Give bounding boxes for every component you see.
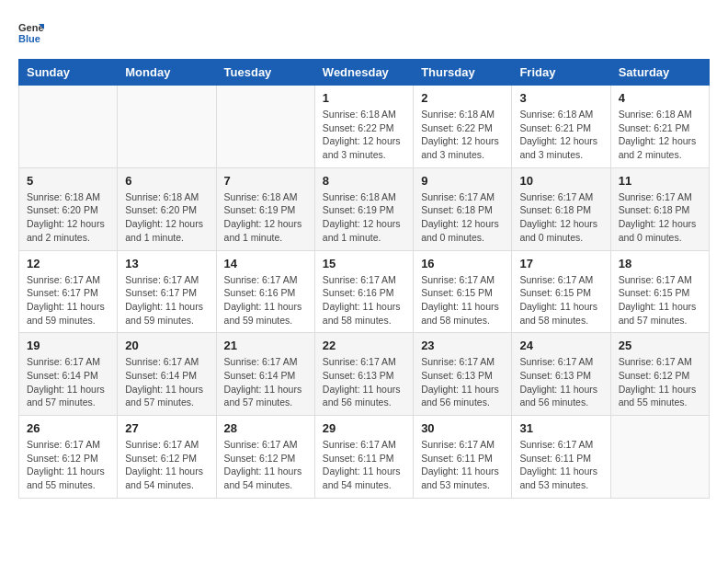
calendar-cell: 22Sunrise: 6:17 AM Sunset: 6:13 PM Dayli…: [314, 333, 413, 416]
day-number: 25: [619, 339, 701, 352]
day-info: Sunrise: 6:17 AM Sunset: 6:18 PM Dayligh…: [619, 190, 701, 245]
day-info: Sunrise: 6:17 AM Sunset: 6:12 PM Dayligh…: [125, 438, 208, 492]
day-info: Sunrise: 6:17 AM Sunset: 6:18 PM Dayligh…: [519, 190, 602, 245]
calendar-week-2: 5Sunrise: 6:18 AM Sunset: 6:20 PM Daylig…: [19, 167, 710, 250]
day-number: 18: [619, 257, 701, 270]
day-number: 16: [421, 257, 504, 270]
calendar-cell: [118, 86, 216, 168]
day-info: Sunrise: 6:18 AM Sunset: 6:22 PM Dayligh…: [421, 108, 504, 162]
calendar-cell: 25Sunrise: 6:17 AM Sunset: 6:12 PM Dayli…: [610, 333, 709, 416]
calendar-week-3: 12Sunrise: 6:17 AM Sunset: 6:17 PM Dayli…: [19, 250, 710, 333]
calendar-cell: [19, 86, 118, 168]
day-number: 4: [619, 91, 701, 105]
logo: General Blue: [18, 18, 48, 44]
calendar-cell: 5Sunrise: 6:18 AM Sunset: 6:20 PM Daylig…: [19, 167, 118, 250]
calendar-cell: 13Sunrise: 6:17 AM Sunset: 6:17 PM Dayli…: [118, 250, 216, 333]
day-number: 22: [323, 339, 405, 352]
day-number: 28: [224, 421, 307, 435]
day-info: Sunrise: 6:17 AM Sunset: 6:12 PM Dayligh…: [27, 438, 109, 492]
day-number: 23: [421, 339, 504, 352]
calendar-cell: 12Sunrise: 6:17 AM Sunset: 6:17 PM Dayli…: [19, 250, 118, 333]
day-number: 30: [421, 421, 504, 435]
weekday-header-tuesday: Tuesday: [216, 60, 314, 86]
calendar-cell: 24Sunrise: 6:17 AM Sunset: 6:13 PM Dayli…: [512, 333, 610, 416]
day-number: 3: [519, 91, 602, 105]
calendar-cell: 27Sunrise: 6:17 AM Sunset: 6:12 PM Dayli…: [118, 416, 216, 499]
day-number: 24: [519, 339, 602, 352]
calendar-cell: 21Sunrise: 6:17 AM Sunset: 6:14 PM Dayli…: [216, 333, 314, 416]
calendar-cell: 23Sunrise: 6:17 AM Sunset: 6:13 PM Dayli…: [414, 333, 512, 416]
day-number: 12: [27, 257, 109, 270]
day-info: Sunrise: 6:17 AM Sunset: 6:14 PM Dayligh…: [27, 355, 109, 409]
calendar-cell: 9Sunrise: 6:17 AM Sunset: 6:18 PM Daylig…: [414, 167, 512, 250]
day-info: Sunrise: 6:17 AM Sunset: 6:18 PM Dayligh…: [421, 190, 504, 245]
day-info: Sunrise: 6:17 AM Sunset: 6:17 PM Dayligh…: [125, 273, 208, 327]
calendar-week-5: 26Sunrise: 6:17 AM Sunset: 6:12 PM Dayli…: [19, 416, 710, 499]
calendar-cell: 31Sunrise: 6:17 AM Sunset: 6:11 PM Dayli…: [512, 416, 610, 499]
weekday-header-sunday: Sunday: [19, 60, 118, 86]
day-info: Sunrise: 6:17 AM Sunset: 6:15 PM Dayligh…: [519, 273, 602, 327]
day-number: 1: [323, 91, 405, 105]
day-number: 10: [519, 174, 602, 188]
calendar-cell: 28Sunrise: 6:17 AM Sunset: 6:12 PM Dayli…: [216, 416, 314, 499]
day-info: Sunrise: 6:17 AM Sunset: 6:15 PM Dayligh…: [421, 273, 504, 327]
day-number: 29: [323, 421, 405, 435]
day-number: 9: [421, 174, 504, 188]
day-info: Sunrise: 6:17 AM Sunset: 6:13 PM Dayligh…: [519, 355, 602, 409]
svg-text:Blue: Blue: [18, 33, 40, 44]
weekday-header-saturday: Saturday: [610, 60, 709, 86]
calendar-week-4: 19Sunrise: 6:17 AM Sunset: 6:14 PM Dayli…: [19, 333, 710, 416]
day-info: Sunrise: 6:17 AM Sunset: 6:14 PM Dayligh…: [125, 355, 208, 409]
day-info: Sunrise: 6:17 AM Sunset: 6:12 PM Dayligh…: [224, 438, 307, 492]
day-info: Sunrise: 6:17 AM Sunset: 6:11 PM Dayligh…: [323, 438, 405, 492]
day-number: 31: [519, 421, 602, 435]
calendar-cell: 11Sunrise: 6:17 AM Sunset: 6:18 PM Dayli…: [610, 167, 709, 250]
logo-icon: General Blue: [18, 18, 44, 44]
day-info: Sunrise: 6:17 AM Sunset: 6:17 PM Dayligh…: [27, 273, 109, 327]
day-info: Sunrise: 6:17 AM Sunset: 6:11 PM Dayligh…: [421, 438, 504, 492]
calendar-cell: 6Sunrise: 6:18 AM Sunset: 6:20 PM Daylig…: [118, 167, 216, 250]
day-info: Sunrise: 6:18 AM Sunset: 6:20 PM Dayligh…: [27, 190, 109, 245]
day-info: Sunrise: 6:17 AM Sunset: 6:15 PM Dayligh…: [619, 273, 701, 327]
calendar-cell: 7Sunrise: 6:18 AM Sunset: 6:19 PM Daylig…: [216, 167, 314, 250]
day-info: Sunrise: 6:18 AM Sunset: 6:19 PM Dayligh…: [224, 190, 307, 245]
day-number: 7: [224, 174, 307, 188]
day-info: Sunrise: 6:17 AM Sunset: 6:12 PM Dayligh…: [619, 355, 701, 409]
calendar-cell: 2Sunrise: 6:18 AM Sunset: 6:22 PM Daylig…: [414, 86, 512, 168]
calendar-cell: 19Sunrise: 6:17 AM Sunset: 6:14 PM Dayli…: [19, 333, 118, 416]
calendar-cell: 15Sunrise: 6:17 AM Sunset: 6:16 PM Dayli…: [314, 250, 413, 333]
weekday-header-monday: Monday: [118, 60, 216, 86]
calendar-cell: 8Sunrise: 6:18 AM Sunset: 6:19 PM Daylig…: [314, 167, 413, 250]
calendar-cell: [216, 86, 314, 168]
calendar-cell: 1Sunrise: 6:18 AM Sunset: 6:22 PM Daylig…: [314, 86, 413, 168]
calendar-cell: 26Sunrise: 6:17 AM Sunset: 6:12 PM Dayli…: [19, 416, 118, 499]
calendar-cell: 20Sunrise: 6:17 AM Sunset: 6:14 PM Dayli…: [118, 333, 216, 416]
day-info: Sunrise: 6:17 AM Sunset: 6:11 PM Dayligh…: [519, 438, 602, 492]
day-info: Sunrise: 6:17 AM Sunset: 6:13 PM Dayligh…: [421, 355, 504, 409]
day-info: Sunrise: 6:18 AM Sunset: 6:22 PM Dayligh…: [323, 108, 405, 162]
day-info: Sunrise: 6:18 AM Sunset: 6:21 PM Dayligh…: [619, 108, 701, 162]
calendar-week-1: 1Sunrise: 6:18 AM Sunset: 6:22 PM Daylig…: [19, 86, 710, 168]
day-info: Sunrise: 6:18 AM Sunset: 6:20 PM Dayligh…: [125, 190, 208, 245]
day-info: Sunrise: 6:18 AM Sunset: 6:21 PM Dayligh…: [519, 108, 602, 162]
day-number: 5: [27, 174, 109, 188]
day-number: 14: [224, 257, 307, 270]
day-number: 13: [125, 257, 208, 270]
calendar-cell: 14Sunrise: 6:17 AM Sunset: 6:16 PM Dayli…: [216, 250, 314, 333]
day-number: 17: [519, 257, 602, 270]
day-number: 20: [125, 339, 208, 352]
weekday-header-row: SundayMondayTuesdayWednesdayThursdayFrid…: [19, 60, 710, 86]
calendar-table: SundayMondayTuesdayWednesdayThursdayFrid…: [18, 59, 710, 499]
calendar-cell: [610, 416, 709, 499]
calendar-cell: 18Sunrise: 6:17 AM Sunset: 6:15 PM Dayli…: [610, 250, 709, 333]
calendar-cell: 10Sunrise: 6:17 AM Sunset: 6:18 PM Dayli…: [512, 167, 610, 250]
calendar-cell: 30Sunrise: 6:17 AM Sunset: 6:11 PM Dayli…: [414, 416, 512, 499]
svg-text:General: General: [18, 22, 44, 33]
weekday-header-friday: Friday: [512, 60, 610, 86]
weekday-header-wednesday: Wednesday: [314, 60, 413, 86]
day-info: Sunrise: 6:17 AM Sunset: 6:16 PM Dayligh…: [224, 273, 307, 327]
calendar-cell: 29Sunrise: 6:17 AM Sunset: 6:11 PM Dayli…: [314, 416, 413, 499]
day-number: 26: [27, 421, 109, 435]
day-number: 27: [125, 421, 208, 435]
day-number: 19: [27, 339, 109, 352]
